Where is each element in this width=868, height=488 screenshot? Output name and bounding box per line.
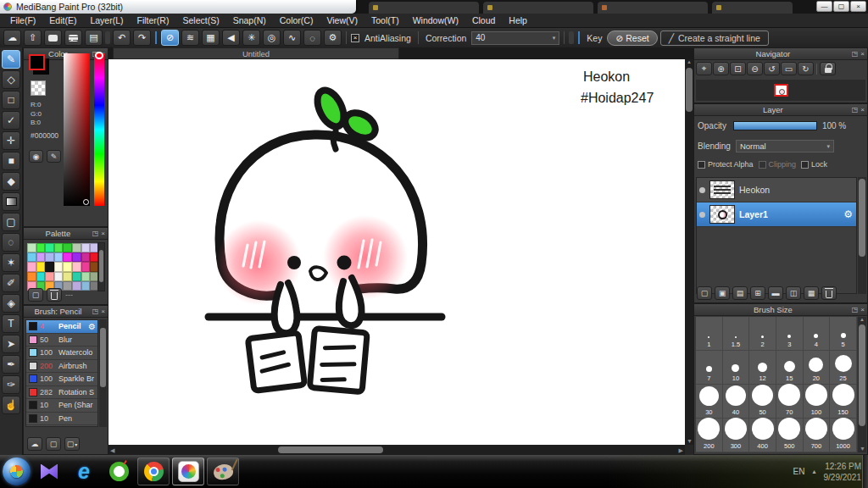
hidden-icons-arrow[interactable]: ▴: [812, 468, 815, 475]
brush-list-item[interactable]: 100 Watercolo: [26, 347, 97, 360]
brush-list-item[interactable]: [26, 425, 97, 427]
menu-item[interactable]: View(V): [320, 14, 364, 27]
snap-grid-button[interactable]: ▦: [202, 30, 220, 46]
snap-concentric-button[interactable]: ◎: [263, 30, 281, 46]
palette-swatch[interactable]: [27, 252, 36, 262]
brush-size-option[interactable]: 5: [830, 317, 857, 351]
palette-swatch[interactable]: [45, 252, 54, 262]
taskbar-coccoc[interactable]: [103, 458, 135, 485]
close-icon[interactable]: ×: [860, 51, 865, 58]
hue-slider[interactable]: [94, 53, 104, 206]
palette-swatch[interactable]: [36, 252, 46, 262]
palette-swatch[interactable]: [72, 262, 81, 271]
taskbar-chrome[interactable]: [137, 458, 170, 485]
clipping-checkbox[interactable]: [759, 161, 766, 169]
lock-checkbox[interactable]: [801, 161, 809, 169]
navigator-view-rect[interactable]: [774, 84, 788, 97]
cloud-sync-button[interactable]: ☁: [3, 30, 21, 46]
menu-item[interactable]: Cloud: [465, 14, 502, 27]
canvas-vertical-scrollbar[interactable]: ▲▼: [685, 59, 693, 445]
brush-list-item[interactable]: 10 Pen (Shar: [26, 399, 97, 413]
close-icon[interactable]: ×: [860, 307, 865, 313]
popout-icon[interactable]: ◳: [92, 308, 99, 315]
menu-item[interactable]: Help: [502, 14, 534, 27]
start-button[interactable]: [3, 458, 31, 485]
brush-size-option[interactable]: 50: [749, 385, 776, 419]
palette-swatch[interactable]: [36, 272, 46, 281]
menu-item[interactable]: Snap(N): [226, 14, 273, 27]
tool-control-point[interactable]: ✓: [2, 111, 20, 130]
brush-size-option[interactable]: 1: [696, 317, 723, 351]
brush-size-option[interactable]: 70: [776, 385, 804, 419]
tool-bucket[interactable]: ◆: [2, 172, 20, 191]
palette-swatch[interactable]: [45, 272, 54, 281]
brush-size-option[interactable]: 20: [804, 351, 831, 385]
redo-button[interactable]: ↷: [133, 30, 151, 46]
brush-size-option[interactable]: 200: [696, 419, 723, 452]
brush-list-item[interactable]: 282 Rotation S: [26, 386, 97, 400]
create-straight-line-button[interactable]: ╱ Create a straight line: [660, 30, 769, 46]
palette-swatch[interactable]: [63, 262, 72, 271]
snap-off-button[interactable]: ⊘: [161, 30, 179, 46]
brush-size-option[interactable]: 12: [749, 351, 776, 385]
tool-select-pen[interactable]: ✐: [2, 274, 20, 292]
palette-swatch[interactable]: [27, 262, 36, 271]
brush-size-option[interactable]: 2: [749, 317, 776, 351]
tool-shape[interactable]: □: [2, 91, 20, 109]
saturation-value-picker[interactable]: [64, 53, 90, 206]
add-palette-color-button[interactable]: ▢: [28, 288, 43, 302]
tool-pen[interactable]: ✒: [2, 355, 20, 374]
brush-size-option[interactable]: 1.5: [723, 317, 750, 351]
brush-list-item[interactable]: 4 Pencil ⚙: [26, 320, 97, 334]
toolbar-grip[interactable]: [569, 31, 574, 44]
duplicate-layer-button[interactable]: ◫: [786, 286, 801, 300]
comment-list-button[interactable]: [64, 30, 82, 46]
tool-select-eraser[interactable]: ◈: [2, 294, 20, 313]
palette-swatch[interactable]: [72, 252, 81, 262]
layer-scrollbar[interactable]: [858, 177, 866, 294]
tool-lasso[interactable]: ◌: [2, 233, 20, 252]
canvas-viewport[interactable]: Heokon #Hoidap247: [108, 59, 685, 445]
clock[interactable]: 12:26 PM 9/29/2021: [824, 461, 862, 483]
close-button[interactable]: ×: [850, 1, 866, 12]
tool-hand[interactable]: ☝: [2, 396, 20, 414]
undo-button[interactable]: ↶: [113, 30, 131, 46]
canvas-horizontal-scrollbar[interactable]: ◀▶: [108, 445, 685, 455]
palette-swatch[interactable]: [27, 272, 36, 281]
add-1bit-layer-button[interactable]: ▤: [732, 286, 748, 300]
foreground-color-swatch[interactable]: [29, 54, 45, 70]
brush-size-option[interactable]: 7: [696, 351, 723, 385]
layer-row[interactable]: Layer1 ⚙: [697, 202, 856, 227]
color-wheel-button[interactable]: ◉: [29, 150, 43, 163]
rotate-left-button[interactable]: ↺: [764, 62, 780, 75]
merge-layer-button[interactable]: ▦: [804, 286, 819, 300]
publish-button[interactable]: ⇧: [24, 30, 42, 46]
palette-swatch[interactable]: [54, 252, 64, 262]
tool-eraser[interactable]: ◇: [2, 70, 20, 89]
add-layer-button[interactable]: ▢: [697, 286, 712, 300]
lock-view-button[interactable]: [820, 62, 836, 75]
brush-size-option[interactable]: 100: [804, 385, 831, 419]
palette-swatch[interactable]: [45, 243, 54, 252]
tool-eyedropper[interactable]: ✑: [2, 375, 20, 394]
add-folder-button[interactable]: ▬: [768, 286, 783, 300]
tool-gradient[interactable]: [2, 192, 20, 211]
brush-size-option[interactable]: 3: [776, 317, 804, 351]
snap-radial-button[interactable]: ✳: [242, 30, 260, 46]
antialiasing-checkbox[interactable]: ×: [351, 34, 359, 42]
palette-swatch[interactable]: [27, 243, 36, 252]
layer-visibility-dot[interactable]: [699, 187, 705, 193]
close-icon[interactable]: ×: [101, 308, 105, 315]
brush-size-option[interactable]: 150: [830, 385, 857, 419]
tool-fill-rect[interactable]: ■: [2, 152, 20, 170]
opacity-slider[interactable]: [733, 121, 817, 130]
brush-size-option[interactable]: 25: [830, 351, 857, 385]
snap-settings-button[interactable]: ⚙: [324, 30, 342, 46]
blending-dropdown[interactable]: Normal ▾: [736, 140, 834, 152]
tool-text[interactable]: T: [2, 314, 20, 333]
taskbar-paint-app[interactable]: [207, 458, 239, 485]
close-icon[interactable]: ×: [101, 230, 105, 237]
brush-list-item[interactable]: 50 Blur: [26, 334, 97, 347]
palette-swatch[interactable]: [72, 243, 81, 252]
menu-item[interactable]: Layer(L): [83, 14, 130, 27]
